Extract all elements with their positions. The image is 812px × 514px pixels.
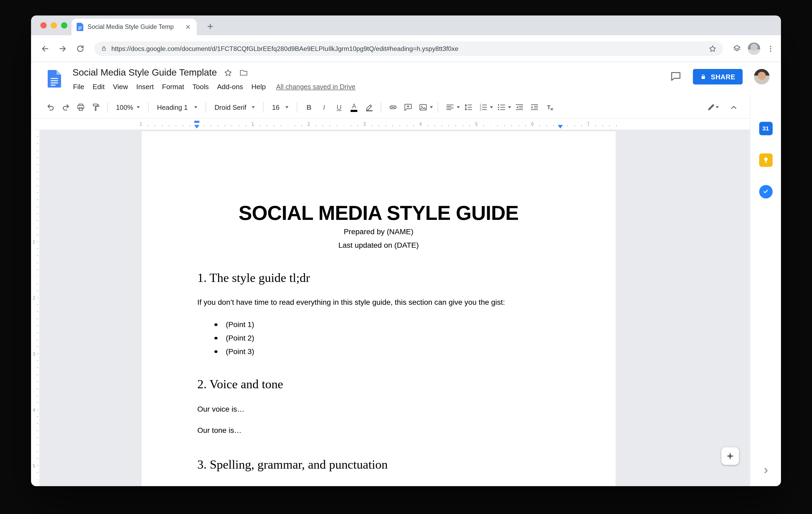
doc-bullet-item[interactable]: (Point 1): [197, 318, 560, 331]
horizontal-ruler[interactable]: 1 1 2 3 4 5 6 7: [31, 118, 750, 130]
numbered-list-button[interactable]: 123: [476, 100, 490, 114]
paint-format-button[interactable]: [88, 100, 103, 114]
bookmark-star-icon[interactable]: [708, 44, 717, 53]
browser-tab[interactable]: Social Media Style Guide Temp: [71, 19, 197, 35]
italic-button[interactable]: I: [317, 100, 331, 114]
redo-button[interactable]: [59, 100, 72, 114]
calendar-panel-button[interactable]: 31: [759, 121, 773, 135]
bold-button[interactable]: B: [302, 100, 316, 114]
browser-profile-avatar[interactable]: [748, 42, 760, 55]
doc-paragraph[interactable]: Our voice is…: [197, 404, 560, 414]
doc-bullet-item[interactable]: (Point 3): [197, 345, 560, 358]
menu-file[interactable]: File: [72, 82, 88, 91]
first-line-indent-marker[interactable]: [194, 121, 200, 123]
menu-format[interactable]: Format: [158, 82, 188, 91]
close-window-button[interactable]: [40, 22, 47, 28]
collapse-menus-button[interactable]: [727, 100, 741, 114]
bulleted-list-button[interactable]: [494, 100, 508, 114]
url-text[interactable]: https://docs.google.com/document/d/1FCT8…: [111, 45, 704, 52]
insert-comment-button[interactable]: [401, 100, 415, 114]
comments-icon[interactable]: [670, 71, 682, 82]
font-select[interactable]: Droid Serif: [211, 100, 259, 114]
account-avatar[interactable]: [754, 69, 770, 85]
underline-button[interactable]: U: [332, 100, 346, 114]
toolbar-divider: [263, 102, 264, 112]
doc-subtitle-last-updated[interactable]: Last updated on (DATE): [197, 238, 560, 252]
share-button[interactable]: SHARE: [693, 69, 743, 85]
document-page[interactable]: SOCIAL MEDIA STYLE GUIDE Prepared by (NA…: [141, 131, 616, 486]
share-lock-icon: [700, 74, 706, 80]
layers-icon[interactable]: [732, 44, 742, 53]
google-docs-logo-icon[interactable]: [48, 70, 61, 87]
side-panel-rail: 31: [750, 96, 781, 486]
doc-bullet-item[interactable]: (Point 2): [197, 331, 560, 345]
star-document-icon[interactable]: [224, 69, 232, 77]
ruler-ticks: [141, 125, 622, 127]
ruler-number: 6: [531, 121, 534, 126]
ruler-number: 5: [475, 121, 478, 126]
forward-button[interactable]: [55, 40, 70, 56]
menu-edit[interactable]: Edit: [88, 82, 109, 91]
ruler-ticks: [37, 130, 38, 486]
paragraph-style-select[interactable]: Heading 1: [153, 100, 201, 114]
line-spacing-button[interactable]: [461, 100, 475, 114]
vertical-ruler[interactable]: 1 2 3 4 5: [31, 130, 39, 486]
doc-paragraph[interactable]: If you don’t have time to read everythin…: [197, 297, 560, 307]
explore-star-icon: [726, 452, 735, 461]
decrease-indent-button[interactable]: [512, 100, 526, 114]
highlight-color-button[interactable]: [362, 100, 376, 114]
editing-mode-button[interactable]: [705, 100, 719, 114]
zoom-select[interactable]: 100%: [112, 100, 144, 114]
toolbar-divider: [297, 102, 297, 112]
doc-heading-1[interactable]: 1. The style guide tl;dr: [197, 270, 560, 286]
ruler-number: 2: [308, 121, 310, 126]
keep-icon: [759, 153, 773, 167]
move-to-folder-icon[interactable]: [239, 69, 248, 77]
keep-panel-button[interactable]: [759, 153, 773, 167]
hide-side-panel-button[interactable]: [758, 463, 773, 478]
new-tab-button[interactable]: [203, 19, 218, 34]
left-indent-marker[interactable]: [194, 125, 200, 129]
doc-bullet-list[interactable]: (Point 1) (Point 2) (Point 3): [197, 318, 560, 358]
doc-paragraph[interactable]: Our tone is…: [197, 425, 560, 435]
text-color-button[interactable]: A: [347, 100, 361, 114]
menu-insert[interactable]: Insert: [132, 82, 158, 91]
svg-text:T: T: [547, 104, 550, 111]
save-status-link[interactable]: All changes saved in Drive: [276, 83, 355, 90]
clear-formatting-button[interactable]: T: [542, 100, 556, 114]
back-button[interactable]: [37, 40, 53, 56]
tab-close-icon[interactable]: [184, 23, 192, 31]
zoom-window-button[interactable]: [61, 22, 67, 28]
doc-heading-2[interactable]: 2. Voice and tone: [197, 376, 560, 392]
explore-button[interactable]: [721, 447, 739, 465]
url-bar[interactable]: https://docs.google.com/document/d/1FCT8…: [94, 41, 723, 56]
dropdown-arrow-icon: [457, 106, 460, 108]
doc-subtitle-prepared-by[interactable]: Prepared by (NAME): [197, 225, 560, 238]
font-size-select[interactable]: 16: [268, 100, 292, 114]
dropdown-arrow-icon: [285, 106, 289, 108]
menu-view[interactable]: View: [109, 82, 132, 91]
minimize-window-button[interactable]: [51, 22, 57, 28]
right-indent-marker[interactable]: [558, 125, 563, 129]
menu-help[interactable]: Help: [247, 82, 270, 91]
print-button[interactable]: [74, 100, 87, 114]
reload-button[interactable]: [72, 40, 88, 56]
docs-header: Social Media Style Guide Template File E…: [31, 62, 781, 96]
menu-tools[interactable]: Tools: [188, 82, 213, 91]
share-button-label: SHARE: [711, 73, 735, 81]
undo-button[interactable]: [44, 100, 58, 114]
browser-menu-kebab-icon[interactable]: [766, 44, 775, 53]
align-button[interactable]: [443, 100, 457, 114]
increase-indent-button[interactable]: [527, 100, 542, 114]
toolbar-divider: [107, 102, 108, 112]
formatting-toolbar: 100% Heading 1 Droid Serif: [31, 96, 750, 118]
insert-image-button[interactable]: [416, 100, 430, 114]
doc-heading-title[interactable]: SOCIAL MEDIA STYLE GUIDE: [197, 201, 560, 225]
menu-addons[interactable]: Add-ons: [213, 82, 247, 91]
doc-heading-3[interactable]: 3. Spelling, grammar, and punctuation: [197, 457, 560, 472]
italic-icon: I: [323, 103, 325, 111]
insert-link-button[interactable]: [386, 100, 400, 114]
document-title[interactable]: Social Media Style Guide Template: [72, 67, 217, 78]
text-color-icon: A: [351, 103, 357, 112]
tasks-panel-button[interactable]: [759, 185, 773, 199]
